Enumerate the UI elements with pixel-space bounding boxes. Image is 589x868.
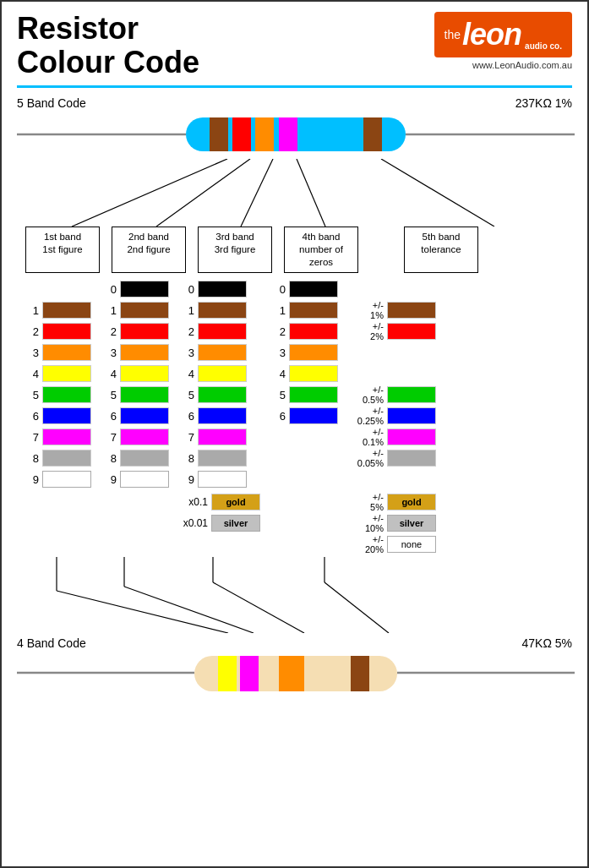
swatch-2-col3 bbox=[198, 323, 247, 340]
swatch-6-col4 bbox=[289, 407, 338, 424]
logo-url: www.LeonAudio.com.au bbox=[472, 60, 572, 70]
band-headers: 1st band1st figure 2nd band2nd figure 3r… bbox=[25, 227, 564, 273]
swatch-6-col2 bbox=[120, 407, 169, 424]
band4-label: 4 Band Code bbox=[17, 636, 86, 650]
row-2-col2: 2 bbox=[103, 322, 169, 341]
row-3-col3: 3 bbox=[181, 343, 260, 362]
svg-rect-6 bbox=[279, 117, 297, 151]
swatch-5-col4 bbox=[289, 386, 338, 403]
row-3-col4: 3 bbox=[272, 343, 338, 362]
swatch-3-col3 bbox=[198, 344, 247, 361]
swatch-4-col4 bbox=[289, 365, 338, 382]
swatch-0-col4 bbox=[289, 281, 338, 298]
row-9-col2: 9 bbox=[103, 470, 169, 489]
swatch-2-col2 bbox=[120, 323, 169, 340]
header: Resistor Colour Code the leon audio co. … bbox=[17, 12, 572, 79]
logo-audio: audio co. bbox=[525, 41, 562, 51]
row-5-col3: 5 bbox=[181, 385, 260, 404]
row-2-col3: 2 bbox=[181, 322, 260, 341]
col3: 0 1 2 3 4 bbox=[181, 280, 260, 532]
row-9-col3: 9 bbox=[181, 470, 260, 489]
swatch-1-col3 bbox=[198, 302, 247, 319]
row-6-col2: 6 bbox=[103, 407, 169, 425]
band-header-4: 4th bandnumber ofzeros bbox=[284, 227, 358, 273]
row-1-col4: 1 bbox=[272, 301, 338, 319]
row-8-col1: 8 bbox=[25, 449, 91, 467]
svg-line-14 bbox=[57, 591, 228, 633]
tol-row-silver: +/-10% silver bbox=[350, 514, 436, 532]
row-7-col4-empty bbox=[272, 428, 338, 446]
row-2-col1: 2 bbox=[25, 322, 91, 341]
row-3-col1: 3 bbox=[25, 343, 91, 362]
swatch-7-col3 bbox=[198, 429, 247, 445]
tol-swatch-025pct bbox=[387, 407, 436, 424]
logo-main: leon bbox=[462, 17, 521, 52]
row-4-col2: 4 bbox=[103, 364, 169, 383]
logo-the: the bbox=[444, 28, 461, 41]
swatch-9-col2 bbox=[120, 471, 169, 488]
row-9-col1: 9 bbox=[25, 470, 91, 489]
tol-swatch-2pct bbox=[387, 323, 436, 340]
tol-swatch-05pct bbox=[387, 386, 436, 403]
tol-row-5: +/-0.5% bbox=[350, 385, 436, 404]
svg-line-20 bbox=[324, 582, 389, 633]
row-7-col2: 7 bbox=[103, 428, 169, 446]
band5-label-row: 5 Band Code 237KΩ 1% bbox=[17, 96, 572, 110]
tol-row-none: +/-20% none bbox=[350, 535, 436, 554]
svg-rect-27 bbox=[351, 656, 369, 691]
band-header-3: 3rd band3rd figure bbox=[198, 227, 272, 273]
row-1-col3: 1 bbox=[181, 301, 260, 319]
row-6-col4: 6 bbox=[272, 407, 338, 425]
row-4-col3: 4 bbox=[181, 364, 260, 383]
row-7-col3: 7 bbox=[181, 428, 260, 446]
row-6-col3: 6 bbox=[181, 407, 260, 425]
tol-row-4-empty bbox=[350, 364, 436, 383]
band4-value: 47KΩ 5% bbox=[522, 636, 573, 650]
swatch-4-col3 bbox=[198, 365, 247, 382]
band5-value: 237KΩ 1% bbox=[515, 96, 572, 110]
tol-row-0-empty bbox=[350, 280, 436, 298]
band-header-5: 5th bandtolerance bbox=[404, 227, 478, 273]
swatch-0-col2 bbox=[120, 281, 169, 298]
title-line1: Resistor bbox=[17, 12, 199, 46]
swatch-8-col3 bbox=[198, 450, 247, 467]
swatch-2-col4 bbox=[289, 323, 338, 340]
tol-row-1: +/-1% bbox=[350, 301, 436, 319]
row-5-col1: 5 bbox=[25, 385, 91, 404]
tol-row-6: +/-0.25% bbox=[350, 407, 436, 425]
swatch-3-col2 bbox=[120, 344, 169, 361]
row-8-col3: 8 bbox=[181, 449, 260, 467]
col-tolerance: +/-1% +/-2% +/-0.5% +/-0.25% bbox=[350, 280, 436, 554]
tol-row-9-empty bbox=[350, 470, 436, 489]
row-5-col2: 5 bbox=[103, 385, 169, 404]
swatch-3-col1 bbox=[42, 344, 91, 361]
svg-line-10 bbox=[241, 159, 273, 227]
col1: 1 2 3 4 5 bbox=[25, 280, 91, 489]
swatch-5-col2 bbox=[120, 386, 169, 403]
resistor-4band-diagram bbox=[17, 650, 575, 696]
swatch-gold-col3: gold bbox=[211, 494, 260, 510]
blue-divider bbox=[17, 85, 572, 88]
swatch-1-col4 bbox=[289, 302, 338, 319]
row-0-col1 bbox=[25, 280, 91, 298]
row-0-col4: 0 bbox=[272, 280, 338, 298]
band-header-1: 1st band1st figure bbox=[25, 227, 100, 273]
swatch-4-col1 bbox=[42, 365, 91, 382]
band-header-2: 2nd band2nd figure bbox=[112, 227, 186, 273]
logo: the leon audio co. bbox=[434, 12, 572, 57]
connector-lines-top bbox=[25, 159, 566, 227]
svg-rect-4 bbox=[232, 117, 251, 151]
tol-swatch-silver: silver bbox=[387, 515, 436, 532]
color-table-container: 1 2 3 4 5 bbox=[25, 280, 564, 554]
swatch-9-col1 bbox=[42, 471, 91, 488]
svg-line-11 bbox=[297, 159, 325, 227]
swatch-silver-col3: silver bbox=[211, 515, 260, 532]
connector-lines-bottom bbox=[25, 557, 566, 633]
swatch-3-col4 bbox=[289, 344, 338, 361]
svg-line-18 bbox=[213, 582, 304, 633]
svg-rect-25 bbox=[240, 656, 259, 691]
mult-row-gold-col3: x0.1 gold bbox=[181, 493, 260, 511]
row-0-col3: 0 bbox=[181, 280, 260, 298]
swatch-8-col2 bbox=[120, 450, 169, 467]
svg-line-12 bbox=[381, 159, 494, 227]
